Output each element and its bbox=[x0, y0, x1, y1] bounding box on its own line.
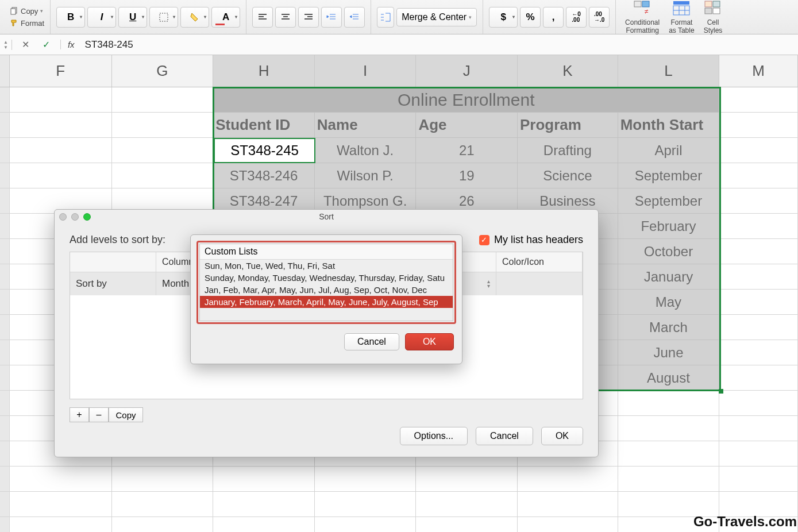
cell[interactable] bbox=[0, 239, 10, 264]
percent-button[interactable]: % bbox=[520, 7, 541, 28]
custom-lists-ok-button[interactable]: OK bbox=[405, 333, 454, 350]
cell[interactable] bbox=[719, 264, 798, 290]
cell[interactable] bbox=[0, 138, 10, 163]
cell[interactable] bbox=[719, 163, 798, 188]
cell[interactable]: January bbox=[618, 264, 720, 290]
borders-button[interactable] bbox=[149, 7, 178, 28]
cell[interactable] bbox=[719, 138, 798, 163]
table-row: ST348-245Walton J.21DraftingApril bbox=[0, 138, 798, 163]
cell[interactable]: June bbox=[618, 340, 720, 365]
cell[interactable]: March bbox=[618, 315, 720, 340]
align-right-button[interactable] bbox=[298, 7, 319, 28]
cell[interactable]: October bbox=[618, 239, 720, 264]
cell[interactable]: August bbox=[618, 365, 720, 391]
italic-button[interactable]: I bbox=[87, 7, 116, 28]
custom-list-item[interactable]: January, February, March, April, May, Ju… bbox=[200, 296, 453, 308]
cell[interactable]: September bbox=[618, 188, 720, 214]
col-header[interactable]: L bbox=[618, 55, 720, 87]
cell[interactable]: Drafting bbox=[518, 138, 618, 163]
cell[interactable]: April bbox=[618, 138, 720, 163]
cell[interactable]: ST348-245 bbox=[213, 138, 315, 163]
add-level-button[interactable]: + bbox=[70, 407, 89, 422]
custom-list-item[interactable]: Sun, Mon, Tue, Wed, Thu, Fri, Sat bbox=[200, 260, 453, 272]
cell[interactable] bbox=[0, 214, 10, 239]
cell[interactable] bbox=[719, 290, 798, 315]
cell[interactable]: September bbox=[618, 163, 720, 188]
svg-rect-9 bbox=[713, 1, 720, 7]
cell[interactable] bbox=[0, 264, 10, 290]
cell[interactable]: ST348-246 bbox=[213, 163, 315, 188]
custom-list-item[interactable]: Sunday, Monday, Tuesday, Wednesday, Thur… bbox=[200, 272, 453, 284]
remove-level-button[interactable]: – bbox=[89, 407, 109, 422]
format-as-table-button[interactable]: Format as Table bbox=[665, 0, 697, 34]
svg-rect-3 bbox=[634, 1, 641, 7]
cell[interactable] bbox=[0, 290, 10, 315]
wrap-text-button[interactable] bbox=[377, 7, 394, 28]
options-button[interactable]: Options... bbox=[400, 427, 468, 445]
custom-list-item[interactable]: Jan, Feb, Mar, Apr, May, Jun, Jul, Aug, … bbox=[200, 284, 453, 296]
ok-button[interactable]: OK bbox=[541, 427, 583, 445]
align-left-button[interactable] bbox=[252, 7, 273, 28]
col-header[interactable]: H bbox=[213, 55, 315, 87]
bold-button[interactable]: B bbox=[56, 7, 85, 28]
cell[interactable] bbox=[719, 315, 798, 340]
svg-rect-2 bbox=[160, 13, 168, 21]
header-cell: Age bbox=[416, 113, 518, 138]
col-header[interactable]: M bbox=[719, 55, 798, 87]
cell[interactable] bbox=[719, 340, 798, 365]
cell[interactable]: 21 bbox=[416, 138, 518, 163]
header-cell: Program bbox=[518, 113, 618, 138]
cell[interactable]: May bbox=[618, 290, 720, 315]
fill-color-button[interactable] bbox=[180, 7, 209, 28]
accept-formula-icon[interactable]: ✓ bbox=[38, 38, 55, 52]
cell[interactable] bbox=[0, 340, 10, 365]
cell[interactable] bbox=[10, 138, 112, 163]
merge-center-button[interactable]: Merge & Center ▾ bbox=[396, 8, 477, 26]
cell[interactable] bbox=[0, 188, 10, 214]
cell[interactable] bbox=[719, 239, 798, 264]
col-header[interactable]: I bbox=[315, 55, 417, 87]
cell-styles-button[interactable]: Cell Styles bbox=[700, 0, 726, 34]
col-header[interactable]: K bbox=[518, 55, 618, 87]
cell[interactable] bbox=[0, 365, 10, 391]
cell[interactable] bbox=[719, 365, 798, 391]
cell[interactable]: Wilson P. bbox=[315, 163, 417, 188]
col-header[interactable]: F bbox=[10, 55, 112, 87]
cell[interactable]: Walton J. bbox=[315, 138, 417, 163]
cell[interactable] bbox=[0, 163, 10, 188]
cell[interactable] bbox=[112, 138, 214, 163]
cell[interactable]: Science bbox=[518, 163, 618, 188]
cell[interactable] bbox=[0, 315, 10, 340]
name-box-arrows[interactable]: ▲▼ bbox=[3, 40, 12, 50]
cell[interactable]: February bbox=[618, 214, 720, 239]
formula-input[interactable]: ST348-245 bbox=[78, 39, 133, 51]
underline-button[interactable]: U bbox=[118, 7, 147, 28]
cancel-button[interactable]: Cancel bbox=[476, 427, 533, 445]
font-color-button[interactable]: A bbox=[211, 7, 240, 28]
align-center-button[interactable] bbox=[275, 7, 296, 28]
headers-checkbox[interactable]: ✓ bbox=[479, 235, 489, 245]
col-header[interactable]: G bbox=[112, 55, 214, 87]
col-header[interactable]: J bbox=[416, 55, 518, 87]
currency-button[interactable]: $ bbox=[489, 7, 518, 28]
copy-button[interactable]: Copy ▾ bbox=[10, 7, 44, 16]
cell[interactable]: 19 bbox=[416, 163, 518, 188]
cancel-formula-icon[interactable]: ✕ bbox=[18, 38, 34, 52]
cell[interactable] bbox=[719, 214, 798, 239]
cell[interactable] bbox=[719, 188, 798, 214]
dialog-title: Sort bbox=[55, 212, 598, 221]
cell[interactable] bbox=[112, 163, 214, 188]
copy-level-button[interactable]: Copy bbox=[109, 407, 143, 422]
conditional-formatting-button[interactable]: ≠ Conditional Formatting bbox=[622, 0, 663, 34]
decrease-indent-button[interactable] bbox=[321, 7, 342, 28]
cell[interactable] bbox=[10, 163, 112, 188]
format-painter-button[interactable]: Format bbox=[10, 19, 44, 28]
increase-indent-button[interactable] bbox=[344, 7, 365, 28]
decrease-decimal-button[interactable]: .00→.0 bbox=[589, 7, 610, 28]
fx-icon[interactable]: fx bbox=[60, 40, 75, 49]
custom-lists-cancel-button[interactable]: Cancel bbox=[344, 333, 399, 350]
comma-button[interactable]: , bbox=[543, 7, 564, 28]
increase-decimal-button[interactable]: ←0.00 bbox=[566, 7, 587, 28]
svg-rect-11 bbox=[713, 8, 720, 14]
header-cell: Name bbox=[315, 113, 417, 138]
